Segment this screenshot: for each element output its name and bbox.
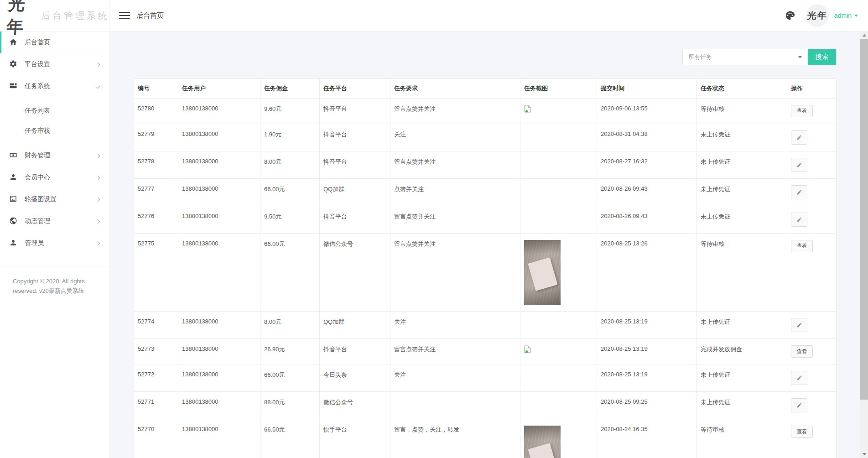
cell-id: 52777 <box>134 179 178 206</box>
sidebar-subitem-task-list[interactable]: 任务列表 <box>0 101 109 121</box>
cell-user: 13800138000 <box>178 339 260 364</box>
scroll-up-arrow[interactable] <box>860 31 868 39</box>
pencil-icon <box>796 162 802 168</box>
cell-requirement: 留言点赞并关注 <box>390 339 520 364</box>
view-button[interactable]: 查看 <box>791 105 813 117</box>
cell-platform: 微信公众号 <box>320 392 390 419</box>
task-screenshot-photo[interactable] <box>524 240 561 305</box>
sidebar-item-task-system[interactable]: 任务系统 <box>0 75 109 97</box>
view-button[interactable]: 查看 <box>791 426 813 438</box>
cell-requirement: 关注 <box>390 364 520 392</box>
cell-action: 查看 <box>787 234 837 312</box>
scroll-down-arrow[interactable] <box>860 450 868 458</box>
task-screenshot-photo[interactable] <box>524 426 561 458</box>
cell-status: 未上传凭证 <box>697 206 787 234</box>
pencil-icon <box>796 375 802 381</box>
sidebar-item-platform-settings[interactable]: 平台设置 <box>0 53 109 75</box>
submenu-task-system: 任务列表任务审核 <box>0 97 109 145</box>
cell-status: 未上传凭证 <box>697 312 787 339</box>
cell-requirement <box>390 392 520 419</box>
cell-action <box>787 206 837 234</box>
sidebar-item-label: 平台设置 <box>25 60 96 68</box>
table-row: 52779138001380001.90元抖音平台关注2020-08-31 04… <box>134 124 837 151</box>
edit-button[interactable] <box>791 130 807 145</box>
theme-palette-icon[interactable] <box>785 10 795 21</box>
cell-commission: 8.00元 <box>260 312 320 339</box>
header-actions: 光年 admin <box>785 4 868 27</box>
select-caret-icon <box>798 56 802 58</box>
edit-button[interactable] <box>791 213 807 227</box>
user-avatar[interactable]: 光年 <box>806 4 829 27</box>
search-button[interactable]: 搜索 <box>808 49 836 65</box>
globe-icon <box>9 217 18 226</box>
edit-button[interactable] <box>791 158 807 172</box>
cell-submit-time: 2020-08-25 13:19 <box>597 312 697 339</box>
chevron-right-icon <box>96 175 100 180</box>
sidebar-item-carousel-settings[interactable]: 轮播图设置 <box>0 188 109 210</box>
table-header-row: 编号任务用户任务佣金任务平台任务要求任务截图提交时间任务状态操作 <box>134 79 837 99</box>
cell-screenshot <box>520 339 597 364</box>
tasks-icon <box>9 82 18 91</box>
user-menu[interactable]: admin <box>834 12 858 19</box>
image-icon <box>9 195 18 204</box>
page-title: 后台首页 <box>136 11 164 20</box>
sidebar-item-administrator[interactable]: 管理员 <box>0 232 109 254</box>
task-filter-value: 所有任务 <box>688 53 798 61</box>
sidebar-subitem-task-review[interactable]: 任务审核 <box>0 121 109 141</box>
cell-user: 13800138000 <box>178 234 260 312</box>
chevron-down-icon <box>96 84 100 88</box>
cell-submit-time: 2020-08-25 09:25 <box>597 392 697 419</box>
caret-down-icon <box>854 15 858 17</box>
column-header: 操作 <box>787 79 837 99</box>
cell-id: 52775 <box>134 234 178 312</box>
cell-user: 13800138000 <box>178 312 260 339</box>
cell-action <box>787 392 837 419</box>
menu-toggle-icon[interactable] <box>119 11 130 20</box>
cell-status: 未上传凭证 <box>697 179 787 206</box>
cell-submit-time: 2020-08-26 09:43 <box>597 206 697 234</box>
person-icon <box>9 239 18 248</box>
task-filter-select[interactable]: 所有任务 <box>682 49 808 65</box>
cell-submit-time: 2020-08-27 16:32 <box>597 151 697 179</box>
chevron-right-icon <box>96 153 100 158</box>
scrollbar-thumb[interactable] <box>860 39 868 400</box>
cell-id: 52780 <box>134 99 178 124</box>
sidebar-item-dynamic-management[interactable]: 动态管理 <box>0 210 109 232</box>
cell-requirement: 留言点赞并关注 <box>390 234 520 312</box>
edit-button[interactable] <box>791 318 807 332</box>
sidebar: 后台首页平台设置任务系统任务列表任务审核财务管理会员中心轮播图设置动态管理管理员… <box>0 31 110 458</box>
cell-platform: 快手平台 <box>320 419 390 458</box>
cell-action: 查看 <box>787 339 837 364</box>
edit-button[interactable] <box>791 185 807 199</box>
view-button[interactable]: 查看 <box>791 240 813 252</box>
home-icon <box>9 38 18 47</box>
user-name: admin <box>834 12 852 19</box>
cell-status: 等待审核 <box>697 234 787 312</box>
photo-card <box>528 257 557 291</box>
pencil-icon <box>796 322 802 328</box>
cell-requirement: 留言点赞并关注 <box>390 151 520 179</box>
cell-platform: QQ加群 <box>320 179 390 206</box>
cell-requirement: 留言，点赞，关注，转发 <box>390 419 520 458</box>
pencil-icon <box>796 217 802 223</box>
cell-commission: 9.60元 <box>260 99 320 124</box>
cell-screenshot <box>520 312 597 339</box>
cell-screenshot <box>520 99 597 124</box>
sidebar-item-label: 后台首页 <box>25 38 99 47</box>
sidebar-item-member-center[interactable]: 会员中心 <box>0 167 109 188</box>
cell-action <box>787 364 837 392</box>
cell-commission: 66.50元 <box>260 419 320 458</box>
cell-platform: 抖音平台 <box>320 124 390 151</box>
cell-action: 查看 <box>787 99 837 124</box>
logo-mark: 光年 <box>6 0 38 38</box>
edit-button[interactable] <box>791 371 807 385</box>
view-button[interactable]: 查看 <box>791 345 813 358</box>
sidebar-item-finance[interactable]: 财务管理 <box>0 145 109 167</box>
column-header: 提交时间 <box>597 79 697 99</box>
cell-commission: 1.90元 <box>260 124 320 151</box>
toolbar: 所有任务 搜索 <box>134 49 836 65</box>
table-row: 527731380013800026.90元抖音平台留言点赞并关注2020-08… <box>134 339 837 364</box>
cell-platform: QQ加群 <box>320 312 390 339</box>
edit-button[interactable] <box>791 398 807 412</box>
table-row: 527721380013800066.00元今日头条关注2020-08-25 1… <box>134 364 837 392</box>
